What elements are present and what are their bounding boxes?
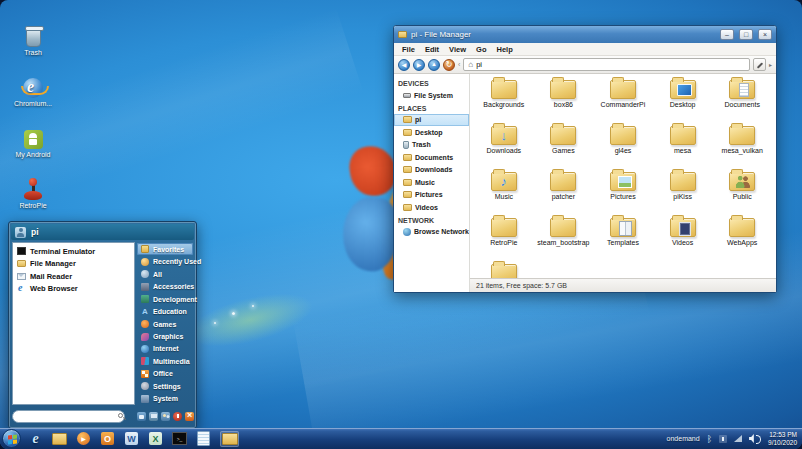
start-menu-app-item[interactable]: Mail Reader [13,270,134,283]
start-menu-category-item[interactable]: Education [137,305,193,317]
education-icon [141,308,149,316]
file-manager-icon[interactable] [52,431,67,447]
file-item[interactable]: patcher [534,168,594,214]
notepad-icon[interactable] [196,431,211,447]
file-manager-task-icon[interactable] [220,431,239,447]
cpu-governor-indicator[interactable]: ondemand [667,435,700,442]
start-menu-app-item[interactable]: Terminal Emulator [13,245,134,258]
media-player-icon[interactable] [76,431,91,447]
up-button[interactable] [428,59,440,71]
start-menu-category-item[interactable]: All [137,268,193,280]
lock-screen-icon[interactable] [137,412,146,421]
file-item[interactable]: Pictures [593,168,653,214]
logout-icon[interactable] [161,412,170,421]
network-signal-icon[interactable] [734,435,742,442]
desktop-icon[interactable]: Trash [6,6,60,57]
file-item[interactable]: Music [474,168,534,214]
file-label: mesa [674,147,691,154]
sidebar-item[interactable]: File System [394,89,469,102]
start-menu-category-item[interactable]: Accessories [137,280,193,292]
start-menu-category-item[interactable]: Development [137,293,193,305]
start-menu-category-item[interactable]: Graphics [137,330,193,342]
file-item[interactable]: gl4es [593,122,653,168]
close-menu-icon[interactable] [185,412,194,421]
path-dropdown-arrow[interactable]: ▸ [769,61,772,68]
start-menu-app-item[interactable]: Web Browser [13,283,134,296]
file-item[interactable]: Downloads [474,122,534,168]
back-button[interactable] [398,59,410,71]
file-item[interactable]: Templates [593,214,653,260]
shutdown-icon[interactable] [173,412,182,421]
file-item[interactable]: CommanderPi [593,76,653,122]
file-label: WebApps [727,239,757,246]
switch-user-icon[interactable] [149,412,158,421]
start-menu-category-item[interactable]: Games [137,318,193,330]
file-item[interactable]: Desktop [653,76,713,122]
volume-icon[interactable] [749,434,761,443]
start-button[interactable] [2,429,21,448]
start-menu-app-item[interactable]: File Manager [13,258,134,271]
clock[interactable]: 12:53 PM 9/10/2020 [768,431,797,447]
maximize-button[interactable]: □ [739,29,753,40]
desktop-icon[interactable]: Chromium... [6,57,60,108]
outlook-mail-icon[interactable] [100,431,115,447]
sidebar-item-label: pi [415,116,421,123]
clock-date: 9/10/2020 [768,439,797,447]
file-item[interactable]: Backgrounds [474,76,534,122]
path-bar[interactable]: ⌂ pi [463,58,750,71]
sidebar-item[interactable]: pi [394,114,469,127]
word-icon[interactable] [124,431,139,447]
trash-icon [26,28,41,47]
forward-button[interactable] [413,59,425,71]
folder-icon [670,126,696,145]
start-menu-category-item[interactable]: Office [137,368,193,380]
file-item[interactable]: RetroPie [474,214,534,260]
menubar-item[interactable]: Edit [420,45,444,54]
start-menu-category-item[interactable]: Internet [137,343,193,355]
start-menu-category-label: Recently Used [153,258,201,265]
file-item[interactable]: WebApps [712,214,772,260]
edit-path-pencil-button[interactable] [753,58,766,71]
sidebar-item[interactable]: Pictures [394,189,469,202]
start-menu-category-item[interactable]: System [137,393,193,405]
menubar-item[interactable]: View [444,45,471,54]
browser-icon[interactable] [28,431,43,447]
sidebar-item[interactable]: Trash [394,139,469,152]
start-menu-search-input[interactable] [12,410,125,423]
file-label: mesa_vulkan [722,147,763,154]
menubar-item[interactable]: Go [471,45,491,54]
start-menu-category-item[interactable]: Recently Used [137,255,193,267]
file-item[interactable]: Games [534,122,594,168]
menubar-item[interactable]: File [397,45,420,54]
file-item[interactable]: Videos [653,214,713,260]
file-item[interactable]: Documents [712,76,772,122]
excel-icon[interactable] [148,431,163,447]
file-item[interactable]: steam_bootstrap [534,214,594,260]
window-titlebar[interactable]: pi - File Manager – □ × [394,26,776,43]
bluetooth-icon[interactable]: ᛒ [707,434,712,444]
start-menu-category-item[interactable]: Favorites [137,243,193,255]
menubar-item[interactable]: Help [491,45,517,54]
sidebar-item[interactable]: Browse Network [394,226,469,239]
refresh-button[interactable] [443,59,455,71]
updates-icon[interactable] [719,435,727,443]
multimedia-icon [141,357,149,365]
sidebar-item[interactable]: Downloads [394,164,469,177]
desktop-icon[interactable]: My Android [6,108,60,159]
desktop-icon[interactable]: RetroPie [6,159,60,210]
file-item[interactable] [474,260,534,278]
file-item[interactable]: mesa [653,122,713,168]
file-item[interactable]: box86 [534,76,594,122]
start-menu-category-item[interactable]: Multimedia [137,355,193,367]
sidebar-item[interactable]: Music [394,176,469,189]
sidebar-item[interactable]: Desktop [394,126,469,139]
sidebar-item[interactable]: Videos [394,201,469,214]
close-button[interactable]: × [758,29,772,40]
file-item[interactable]: Public [712,168,772,214]
minimize-button[interactable]: – [720,29,734,40]
start-menu-category-item[interactable]: Settings [137,380,193,392]
terminal-icon[interactable] [172,431,187,447]
sidebar-item[interactable]: Documents [394,151,469,164]
file-item[interactable]: piKiss [653,168,713,214]
file-item[interactable]: mesa_vulkan [712,122,772,168]
